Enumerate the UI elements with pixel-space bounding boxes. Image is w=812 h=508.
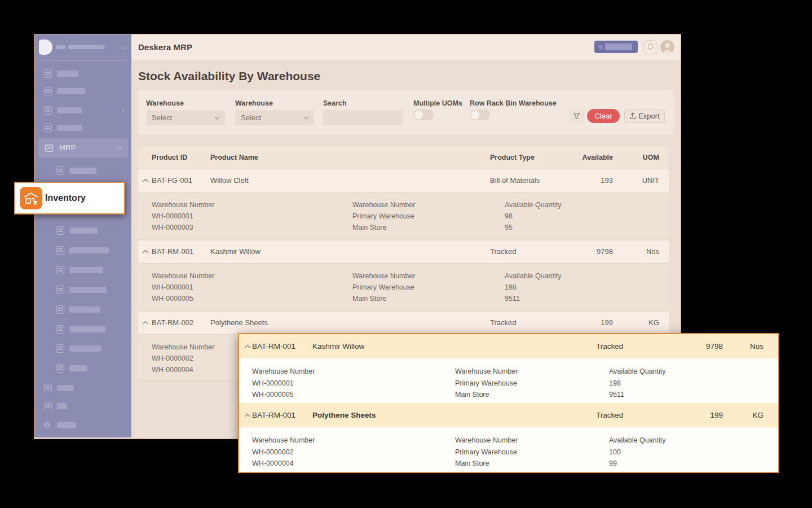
product-id: BAT-RM-001 bbox=[252, 334, 295, 358]
multiple-uoms-label: Multiple UOMs bbox=[413, 99, 462, 107]
available-qty: 199 bbox=[557, 312, 613, 334]
uom: KG bbox=[727, 403, 764, 427]
detail-available-qty-col: Available Quantity 98 95 bbox=[505, 199, 562, 233]
detail-warehouse-number-col: Warehouse Number WH-0000001 WH-0000003 bbox=[152, 199, 214, 233]
sidebar-item-mrp[interactable]: MRP bbox=[38, 138, 128, 157]
product-type: Tracked bbox=[596, 334, 623, 358]
chevron-down-icon bbox=[117, 146, 122, 150]
product-type: Bill of Materials bbox=[490, 169, 540, 192]
detail-warehouse-name-col: Warehouse Number Primary Warehouse Main … bbox=[352, 199, 415, 233]
chevron-up-icon[interactable] bbox=[142, 249, 149, 254]
chevron-down-icon[interactable] bbox=[120, 46, 126, 50]
header-product-name: Product Name bbox=[210, 146, 258, 169]
chevron-up-icon[interactable] bbox=[142, 178, 149, 183]
topbar-action-button[interactable] bbox=[594, 41, 638, 53]
detail-warehouse-name-col: Warehouse Number Primary Warehouse Main … bbox=[455, 435, 518, 470]
chevron-down-icon bbox=[303, 116, 309, 120]
warehouse-select-2-value: Select bbox=[241, 113, 261, 122]
clear-button[interactable]: Clear bbox=[587, 109, 620, 123]
filter-button[interactable] bbox=[569, 108, 584, 124]
nav-icon bbox=[56, 344, 64, 353]
product-type: Tracked bbox=[596, 403, 623, 427]
header-product-type: Product Type bbox=[490, 146, 535, 169]
warehouse-select-1-value: Select bbox=[152, 113, 172, 122]
nav-icon bbox=[44, 106, 52, 115]
nav-icon bbox=[56, 266, 64, 274]
detail-warehouse-name-col: Warehouse Number Primary Warehouse Main … bbox=[455, 366, 518, 401]
available-qty: 199 bbox=[669, 403, 723, 427]
product-id: BAT-RM-001 bbox=[152, 240, 193, 263]
chevron-right-icon bbox=[121, 107, 125, 113]
person-icon bbox=[660, 40, 674, 54]
nav-icon bbox=[56, 246, 64, 255]
warehouse-select-1[interactable]: Select bbox=[146, 110, 225, 125]
product-name: Kashmir Willow bbox=[312, 334, 364, 358]
product-id: BAT-RM-001 bbox=[252, 403, 295, 427]
mrp-chart-icon bbox=[45, 143, 54, 152]
product-type: Tracked bbox=[490, 240, 516, 263]
product-name: Willow Cleft bbox=[210, 169, 249, 192]
chevron-up-icon[interactable] bbox=[142, 321, 149, 325]
uom: KG bbox=[613, 312, 659, 334]
warehouse-select-2[interactable]: Select bbox=[235, 110, 314, 125]
plus-icon bbox=[598, 45, 603, 49]
nav-icon bbox=[44, 69, 52, 78]
chevron-up-icon[interactable] bbox=[244, 413, 251, 418]
export-button[interactable]: Export bbox=[624, 109, 665, 123]
sidebar: MRP ⚙ bbox=[34, 34, 131, 437]
page-title: Stock Availability By Warehouse bbox=[138, 69, 320, 83]
nav-icon bbox=[56, 226, 64, 235]
row-detail-section: Warehouse Number WH-0000001 WH-0000003 W… bbox=[138, 192, 669, 240]
product-name: Polythene Sheets bbox=[210, 312, 268, 334]
inventory-callout[interactable]: Inventory bbox=[14, 182, 125, 214]
inventory-icon bbox=[20, 187, 42, 209]
detail-warehouse-name-col: Warehouse Number Primary Warehouse Main … bbox=[352, 270, 415, 304]
chevron-down-icon bbox=[214, 116, 220, 120]
uom: Nos bbox=[613, 240, 659, 263]
available-qty: 9798 bbox=[669, 334, 723, 358]
nav-icon bbox=[56, 167, 64, 175]
overlay-detail-section: Warehouse Number WH-0000002 WH-0000004 W… bbox=[239, 427, 778, 471]
overlay-detail-section: Warehouse Number WH-0000001 WH-0000005 W… bbox=[239, 358, 778, 403]
product-name: Polythene Sheets bbox=[312, 403, 376, 427]
row-rack-bin-label: Row Rack Bin Warehouse bbox=[470, 99, 557, 107]
detail-warehouse-number-col: Warehouse Number WH-0000002 WH-0000004 bbox=[252, 435, 315, 470]
chevron-up-icon[interactable] bbox=[244, 344, 251, 349]
export-button-label: Export bbox=[638, 112, 660, 120]
product-id: BAT-FG-001 bbox=[152, 169, 192, 192]
multiple-uoms-toggle[interactable] bbox=[413, 110, 434, 120]
nav-icon bbox=[56, 305, 64, 314]
available-qty: 9798 bbox=[557, 240, 613, 263]
table-row[interactable]: BAT-RM-001 Kashmir Willow Tracked 9798 N… bbox=[138, 240, 669, 264]
zoom-overlay-panel: BAT-RM-001 Kashmir Willow Tracked 9798 N… bbox=[238, 333, 779, 473]
nav-icon bbox=[56, 325, 64, 334]
row-rack-bin-toggle[interactable] bbox=[470, 110, 490, 120]
overlay-row-highlighted[interactable]: BAT-RM-001 Polythene Sheets Tracked 199 … bbox=[239, 403, 778, 427]
inventory-callout-label: Inventory bbox=[45, 183, 86, 213]
nav-icon bbox=[44, 87, 52, 95]
button-label-placeholder bbox=[605, 43, 632, 50]
product-name: Kashmir Willow bbox=[210, 240, 261, 263]
deskera-logo-icon bbox=[39, 40, 52, 55]
user-avatar[interactable] bbox=[660, 40, 674, 54]
notifications-button[interactable] bbox=[643, 40, 657, 54]
table-row[interactable]: BAT-FG-001 Willow Cleft Bill of Material… bbox=[138, 169, 669, 192]
app-title: Deskera MRP bbox=[138, 34, 192, 60]
product-id: BAT-RM-002 bbox=[152, 312, 193, 334]
bell-icon bbox=[647, 43, 654, 51]
detail-warehouse-number-col: Warehouse Number WH-0000001 WH-0000005 bbox=[152, 270, 214, 304]
search-input[interactable] bbox=[323, 110, 403, 125]
overlay-row-highlighted[interactable]: BAT-RM-001 Kashmir Willow Tracked 9798 N… bbox=[239, 334, 778, 358]
sidebar-item-mrp-label: MRP bbox=[59, 138, 76, 157]
detail-available-qty-col: Available Quantity 198 9511 bbox=[505, 270, 562, 304]
detail-available-qty-col: Available Quantity 198 9511 bbox=[609, 366, 666, 401]
nav-icon bbox=[44, 124, 52, 132]
nav-icon bbox=[44, 402, 52, 410]
table-row[interactable]: BAT-RM-002 Polythene Sheets Tracked 199 … bbox=[138, 312, 669, 335]
gear-icon: ⚙ bbox=[43, 421, 51, 430]
detail-warehouse-number-col: Warehouse Number WH-0000002 WH-0000004 bbox=[152, 341, 214, 375]
nav-icon bbox=[56, 364, 64, 373]
funnel-icon bbox=[573, 112, 580, 120]
row-detail-section: Warehouse Number WH-0000001 WH-0000005 W… bbox=[138, 264, 669, 312]
nav-icon bbox=[56, 286, 64, 294]
